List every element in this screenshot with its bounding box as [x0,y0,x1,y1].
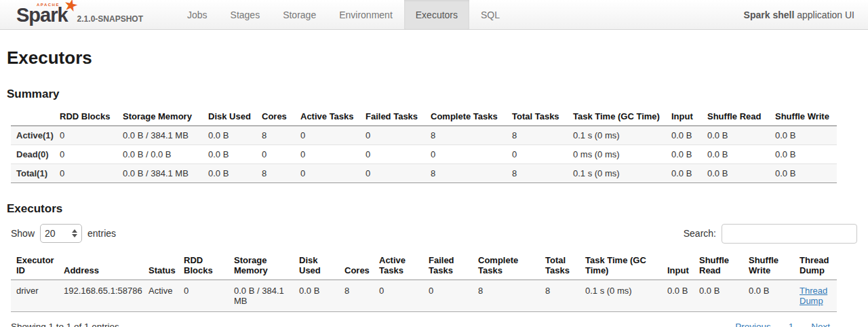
tab-storage[interactable]: Storage [271,0,328,29]
cell: 0.0 B [666,126,702,145]
cell-task-time: 0.1 s (0 ms) [580,280,662,312]
summary-col-rdd-blocks: RDD Blocks [54,108,117,126]
summary-heading: Summary [7,88,857,101]
apache-label: APACHE [37,3,60,7]
search-input[interactable] [722,224,857,244]
summary-col-storage-memory: Storage Memory [117,108,203,126]
col-input[interactable]: Input [662,252,694,280]
cell-address: 192.168.65.1:58786 [58,280,143,312]
col-executor-id[interactable]: Executor ID [11,252,58,280]
col-shuffle-write[interactable]: Shuffle Write [743,252,794,280]
cell-input: 0.0 B [662,280,694,312]
col-status[interactable]: Status [143,252,178,280]
cell-total-tasks: 8 [540,280,580,312]
show-label: Show [11,228,35,239]
col-rdd-blocks[interactable]: RDD Blocks [178,252,229,280]
summary-row-active: Active(1) 0 0.0 B / 384.1 MB 0.0 B 8 0 0… [11,126,837,145]
col-disk-used[interactable]: Disk Used [294,252,339,280]
tab-sql[interactable]: SQL [469,0,511,29]
cell-rdd-blocks: 0 [178,280,229,312]
cell-disk-used: 0.0 B [294,280,339,312]
table-controls: Show 20 entries Search: [11,223,857,244]
cell: 0.0 B [702,145,770,164]
col-address[interactable]: Address [58,252,143,280]
col-storage-memory[interactable]: Storage Memory [229,252,294,280]
cell: 0 [54,126,117,145]
cell: 0 [295,164,360,183]
cell: 0.0 B / 384.1 MB [117,126,203,145]
executors-table: Executor ID Address Status RDD Blocks St… [11,252,837,312]
executors-header-row: Executor ID Address Status RDD Blocks St… [11,252,837,280]
cell: 0.0 B [666,145,702,164]
tab-executors[interactable]: Executors [404,0,469,29]
summary-col-cores: Cores [256,108,295,126]
summary-col-total-tasks: Total Tasks [507,108,568,126]
table-row: driver 192.168.65.1:58786 Active 0 0.0 B… [11,280,837,312]
col-active-tasks[interactable]: Active Tasks [374,252,423,280]
summary-col-complete-tasks: Complete Tasks [425,108,507,126]
col-failed-tasks[interactable]: Failed Tasks [423,252,473,280]
tab-jobs[interactable]: Jobs [176,0,219,29]
cell: 8 [507,126,568,145]
cell-active-tasks: 0 [374,280,423,312]
cell: 0.1 s (0 ms) [568,126,666,145]
page-title: Executors [7,47,857,69]
summary-row-total: Total(1) 0 0.0 B / 384.1 MB 0.0 B 8 0 0 … [11,164,837,183]
page-size-select[interactable]: 20 [40,224,82,243]
navbar: APACHE Spark ★ 2.1.0-SNAPSHOT Jobs Stage… [0,0,868,30]
entries-label: entries [87,228,116,239]
page-size-value: 20 [45,228,56,239]
cell: 0 [54,145,117,164]
cell: 8 [256,126,295,145]
cell-complete-tasks: 8 [473,280,540,312]
cell: 8 [425,164,507,183]
spark-version: 2.1.0-SNAPSHOT [77,14,143,24]
executors-heading: Executors [7,202,857,216]
col-task-time[interactable]: Task Time (GC Time) [580,252,662,280]
cell: 0.0 B / 384.1 MB [117,164,203,183]
cell: 0.0 B [203,126,256,145]
col-shuffle-read[interactable]: Shuffle Read [694,252,743,280]
spark-brand[interactable]: APACHE Spark ★ 2.1.0-SNAPSHOT [0,0,143,29]
cell: 0.1 s (0 ms) [568,164,666,183]
cell-status: Active [143,280,178,312]
col-cores[interactable]: Cores [339,252,374,280]
cell: 0.0 B [770,164,837,183]
select-spinner-icon [72,229,77,237]
thread-dump-link[interactable]: Thread Dump [800,286,827,306]
cell-storage-memory: 0.0 B / 384.1 MB [229,280,294,312]
pagination-page-1[interactable]: 1 [789,322,794,327]
search-label: Search: [684,228,716,239]
pagination-next[interactable]: Next [811,322,830,327]
row-label: Dead(0) [11,145,54,164]
col-thread-dump[interactable]: Thread Dump [794,252,837,280]
cell: 0.0 B [702,164,770,183]
summary-col-input: Input [666,108,702,126]
table-footer: Showing 1 to 1 of 1 entries Previous 1 N… [11,322,857,327]
col-complete-tasks[interactable]: Complete Tasks [473,252,540,280]
tab-stages[interactable]: Stages [219,0,272,29]
summary-col-blank [11,108,54,126]
summary-row-dead: Dead(0) 0 0.0 B / 0.0 B 0.0 B 0 0 0 0 0 … [11,145,837,164]
cell: 8 [507,164,568,183]
cell: 0 [256,145,295,164]
cell-shuffle-read: 0.0 B [694,280,743,312]
app-name: Spark shell [744,9,795,20]
app-title-suffix: application UI [794,9,854,20]
tab-environment[interactable]: Environment [328,0,404,29]
search-wrap: Search: [684,224,857,244]
cell-shuffle-write: 0.0 B [743,280,794,312]
summary-table: RDD Blocks Storage Memory Disk Used Core… [11,108,837,183]
col-total-tasks[interactable]: Total Tasks [540,252,580,280]
pagination: Previous 1 Next [735,322,857,327]
cell: 0 [507,145,568,164]
cell: 8 [425,126,507,145]
cell: 8 [256,164,295,183]
summary-col-task-time: Task Time (GC Time) [568,108,666,126]
app-title: Spark shell application UI [744,0,868,29]
summary-col-shuffle-read: Shuffle Read [702,108,770,126]
summary-col-active-tasks: Active Tasks [295,108,360,126]
pagination-previous[interactable]: Previous [735,322,771,327]
cell-failed-tasks: 0 [423,280,473,312]
cell-cores: 8 [339,280,374,312]
